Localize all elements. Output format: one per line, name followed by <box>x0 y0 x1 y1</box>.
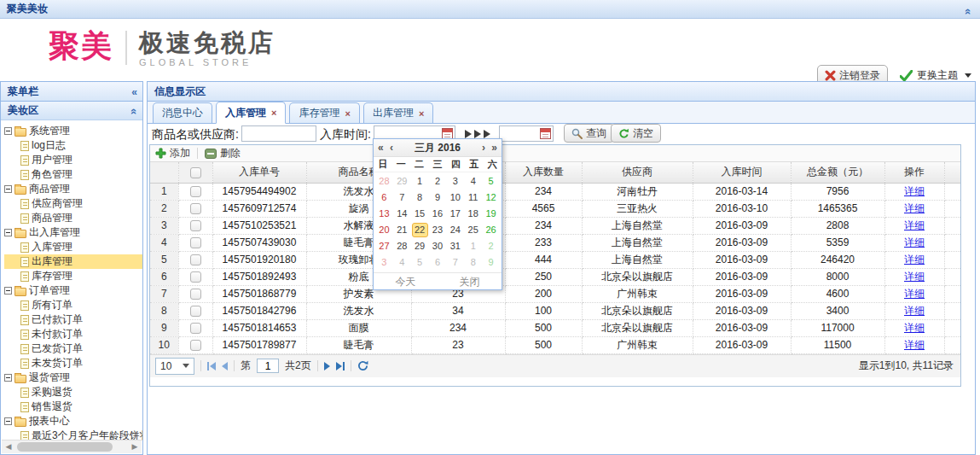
tree-leaf[interactable]: 用户管理 <box>4 153 142 167</box>
tree-leaf[interactable]: log日志 <box>4 138 142 153</box>
tree-leaf[interactable]: 所有订单 <box>4 298 142 312</box>
detail-link[interactable]: 详细 <box>904 322 925 334</box>
calendar-day[interactable]: 28 <box>375 173 393 190</box>
page-size-select[interactable]: 10 <box>155 358 194 375</box>
detail-link[interactable]: 详细 <box>904 305 925 317</box>
detail-link[interactable]: 详细 <box>904 219 925 231</box>
calendar-day[interactable]: 16 <box>429 206 447 222</box>
calendar-day[interactable]: 29 <box>411 238 429 254</box>
tree-leaf[interactable]: 库存管理 <box>4 269 142 283</box>
tab-库存管理[interactable]: 库存管理× <box>289 102 359 123</box>
delete-button[interactable]: 删除 <box>205 146 241 160</box>
next-page-icon[interactable] <box>324 362 330 370</box>
tree-leaf[interactable]: 已付款订单 <box>4 312 142 327</box>
tree-folder[interactable]: 商品管理 <box>4 182 142 196</box>
calendar-day[interactable]: 8 <box>411 190 429 206</box>
calendar-day[interactable]: 9 <box>429 190 447 206</box>
today-button[interactable]: 今天 <box>374 273 438 289</box>
calendar-day[interactable]: 18 <box>464 206 482 222</box>
prev-month-icon[interactable]: ‹ <box>390 139 393 157</box>
close-button[interactable]: 关闭 <box>438 273 502 289</box>
calendar-day[interactable]: 4 <box>393 254 411 271</box>
calendar-day[interactable]: 29 <box>393 173 411 190</box>
detail-link[interactable]: 详细 <box>904 202 925 214</box>
calendar-day[interactable]: 10 <box>446 190 464 206</box>
row-checkbox[interactable] <box>190 186 201 197</box>
scroll-left-icon[interactable]: ◀ <box>2 440 15 453</box>
tree-leaf[interactable]: 采购退货 <box>4 385 142 400</box>
tree-leaf[interactable]: 未付款订单 <box>4 327 142 341</box>
calendar-day[interactable]: 3 <box>446 173 464 190</box>
tree-leaf[interactable]: 入库管理 <box>4 240 142 254</box>
calendar-day[interactable]: 6 <box>429 254 447 271</box>
page-number-input[interactable] <box>257 359 279 373</box>
calendar-day[interactable]: 12 <box>482 190 500 206</box>
search-button[interactable]: 查询 <box>564 124 614 143</box>
calendar-day[interactable]: 7 <box>393 190 411 206</box>
tree-folder[interactable]: 系统管理 <box>4 124 142 138</box>
tree-folder[interactable]: 订单管理 <box>4 283 142 298</box>
tab-close-icon[interactable]: × <box>345 108 350 119</box>
calendar-day[interactable]: 17 <box>446 206 464 222</box>
tree-leaf[interactable]: 已发货订单 <box>4 341 142 356</box>
calendar-day[interactable]: 5 <box>411 254 429 271</box>
tree-leaf[interactable]: 商品管理 <box>4 211 142 225</box>
calendar-day[interactable]: 24 <box>446 222 464 238</box>
detail-link[interactable]: 详细 <box>904 236 925 248</box>
tree-leaf[interactable]: 角色管理 <box>4 167 142 182</box>
detail-link[interactable]: 详细 <box>904 185 925 197</box>
calendar-day[interactable]: 3 <box>375 254 393 271</box>
row-checkbox[interactable] <box>190 237 201 248</box>
calendar-day[interactable]: 28 <box>393 238 411 254</box>
row-checkbox[interactable] <box>190 289 201 300</box>
row-checkbox[interactable] <box>190 220 201 231</box>
collapse-minus-icon[interactable] <box>4 374 12 382</box>
collapse-minus-icon[interactable] <box>4 417 12 425</box>
tab-消息中心[interactable]: 消息中心 <box>153 102 212 123</box>
calendar-day[interactable]: 11 <box>464 190 482 206</box>
detail-link[interactable]: 详细 <box>904 288 925 300</box>
next-year-icon[interactable]: » <box>491 139 497 157</box>
row-checkbox[interactable] <box>190 203 201 214</box>
calendar-day[interactable]: 2 <box>429 173 447 190</box>
tree-folder[interactable]: 报表中心 <box>4 414 142 429</box>
calendar-day[interactable]: 1 <box>411 173 429 190</box>
calendar-day[interactable]: 30 <box>429 238 447 254</box>
calendar-day[interactable]: 21 <box>393 222 411 238</box>
calendar-day[interactable]: 9 <box>482 254 500 271</box>
row-checkbox[interactable] <box>190 254 201 265</box>
refresh-icon[interactable] <box>357 360 368 371</box>
date-to-input[interactable] <box>499 125 554 142</box>
row-checkbox[interactable] <box>190 271 201 283</box>
detail-link[interactable]: 详细 <box>904 254 925 265</box>
calendar-day[interactable]: 7 <box>446 254 464 271</box>
collapse-minus-icon[interactable] <box>4 287 12 295</box>
tab-出库管理[interactable]: 出库管理× <box>363 102 433 123</box>
sidebar-collapse-icon[interactable]: « <box>131 83 137 102</box>
tree-leaf[interactable]: 销售退货 <box>4 400 142 414</box>
tab-close-icon[interactable]: × <box>419 108 424 119</box>
last-page-icon[interactable] <box>336 362 345 370</box>
next-month-icon[interactable]: › <box>482 139 485 157</box>
detail-link[interactable]: 详细 <box>904 339 925 351</box>
scrollbar-thumb[interactable] <box>17 442 113 452</box>
clear-button[interactable]: 清空 <box>611 124 661 143</box>
row-checkbox[interactable] <box>190 323 201 334</box>
collapse-minus-icon[interactable] <box>4 185 12 193</box>
calendar-day[interactable]: 15 <box>411 206 429 222</box>
tab-close-icon[interactable]: × <box>271 108 276 118</box>
calendar-day[interactable]: 2 <box>482 238 500 254</box>
add-button[interactable]: 添加 <box>155 146 190 160</box>
calendar-icon[interactable] <box>540 128 551 139</box>
tab-入库管理[interactable]: 入库管理× <box>216 102 286 124</box>
scroll-right-icon[interactable]: ▶ <box>128 440 142 453</box>
tree-leaf[interactable]: 未发货订单 <box>4 356 142 370</box>
tree-leaf[interactable]: 出库管理 <box>4 254 142 269</box>
tree-folder[interactable]: 出入库管理 <box>4 225 142 240</box>
calendar-day[interactable]: 8 <box>464 254 482 271</box>
calendar-day[interactable]: 6 <box>375 190 393 206</box>
row-checkbox[interactable] <box>190 340 201 351</box>
detail-link[interactable]: 详细 <box>904 271 925 283</box>
selected-day[interactable]: 22 <box>412 223 428 237</box>
row-checkbox[interactable] <box>190 306 201 317</box>
